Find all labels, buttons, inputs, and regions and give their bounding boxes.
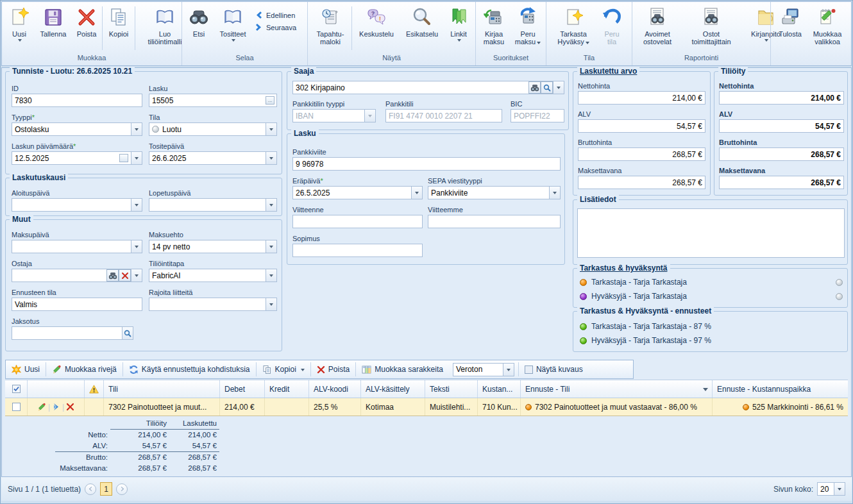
sort-arrow-icon[interactable] — [703, 388, 708, 394]
veroton-select[interactable]: Veroton — [449, 360, 518, 378]
dropdown-button[interactable] — [549, 187, 560, 199]
pankkiviite-input[interactable]: 9 96978 — [292, 157, 561, 171]
dropdown-button[interactable] — [131, 199, 142, 211]
search-button[interactable] — [122, 327, 133, 339]
cell-ennuste-kustannuspaikka[interactable]: 525 Markkinointi - 86,61 % — [713, 398, 848, 416]
viitteenne-input[interactable] — [292, 215, 423, 228]
header-tili[interactable]: Tili — [104, 380, 220, 398]
tositepaiva-select[interactable]: 26.6.2025 — [149, 151, 277, 165]
header-teksti[interactable]: Teksti — [425, 380, 478, 398]
grid-uusi-button[interactable]: Uusi — [6, 360, 46, 378]
ostot-toimittajittain-button[interactable]: Ostot toimittajittain — [680, 4, 742, 52]
poista-button[interactable]: Poista — [72, 4, 101, 52]
pankkitilin-tyyppi-select[interactable]: IBAN — [292, 109, 376, 122]
dropdown-button[interactable] — [266, 269, 276, 281]
laskun-paivamaara-input[interactable]: 12.5.2025 — [12, 151, 142, 165]
calendar-button[interactable] — [119, 154, 128, 162]
header-alv-kasittely[interactable]: ALV-käsittely — [361, 380, 425, 398]
muokkaa-valikkoa-button[interactable]: Muokkaa valikkoa — [807, 4, 847, 52]
saaja-input[interactable]: 302 Kirjapaino — [292, 81, 564, 94]
dropdown-button[interactable] — [266, 240, 276, 253]
dropdown-button[interactable] — [266, 123, 276, 135]
linkit-button[interactable]: Linkit — [444, 4, 473, 52]
muokkaa-riveja-button[interactable]: Muokkaa rivejä — [46, 360, 122, 378]
uusi-button[interactable]: Uusi — [4, 4, 35, 52]
header-debet[interactable]: Debet — [220, 380, 265, 398]
search-button[interactable] — [541, 81, 553, 94]
tallenna-button[interactable]: Tallenna — [35, 4, 72, 52]
viitteemme-input[interactable] — [428, 215, 561, 228]
ellipsis-button[interactable]: ... — [266, 96, 274, 105]
header-ennuste-tili[interactable]: Ennuste - Tili — [521, 380, 713, 398]
dropdown-button[interactable] — [131, 269, 142, 281]
select-all-header[interactable] — [5, 380, 28, 398]
tiliointitapa-select[interactable]: FabricAI — [149, 269, 277, 282]
checkbox[interactable] — [525, 365, 533, 374]
rajoita-liitteita-select[interactable] — [149, 298, 277, 311]
peru-tila-button[interactable]: Peru tila — [598, 4, 625, 52]
row-select-cell[interactable] — [5, 398, 28, 416]
esikatselu-button[interactable]: Esikatselu — [400, 4, 444, 52]
cell-kredit[interactable] — [265, 398, 309, 416]
nayta-kuvaus-checkbox[interactable]: Näytä kuvaus — [519, 360, 589, 378]
cell-teksti[interactable]: Muistilehti... — [425, 398, 478, 416]
row-checkbox[interactable] — [12, 403, 21, 411]
dropdown-button[interactable] — [131, 123, 142, 135]
page-size-select[interactable]: 20 — [817, 482, 845, 496]
cell-alv-kasittely[interactable]: Kotimaa — [361, 398, 425, 416]
cell-debet[interactable]: 214,00 € — [220, 398, 265, 416]
erapaiva-select[interactable]: 26.5.2025 — [292, 186, 423, 199]
radio-indicator[interactable] — [836, 293, 843, 300]
jaksotus-input[interactable] — [12, 326, 133, 340]
ostaja-input[interactable] — [12, 269, 142, 282]
radio-indicator[interactable] — [836, 279, 843, 286]
next-page-button[interactable] — [116, 483, 128, 495]
clear-button[interactable] — [119, 269, 131, 281]
maksupaiva-select[interactable] — [12, 240, 142, 253]
sopimus-input[interactable] — [292, 244, 423, 257]
aloituspaiva-select[interactable] — [12, 198, 142, 212]
dropdown-button[interactable] — [266, 152, 276, 164]
header-kustannuspaikka[interactable]: Kustan... — [478, 380, 521, 398]
id-input[interactable]: 7830 — [12, 94, 142, 107]
binoculars-button[interactable] — [528, 81, 541, 94]
kirjaa-maksu-button[interactable]: Kirjaa maksu — [478, 4, 510, 52]
tila-select[interactable]: Luotu — [149, 122, 277, 136]
kayta-ennustettuja-button[interactable]: Käytä ennustettuja kohdistuksia — [123, 360, 256, 378]
cell-kustannuspaikka[interactable]: 710 Kun... — [478, 398, 521, 416]
tapahtumaloki-button[interactable]: Tapahtu- maloki — [310, 4, 351, 52]
dropdown-button[interactable] — [411, 187, 422, 199]
cell-ennuste-tili[interactable]: 7302 Painotuotteet ja muut vastaavat - 8… — [521, 398, 713, 416]
cell-tili[interactable]: 7302 Painotuotteet ja muut... — [104, 398, 220, 416]
table-row[interactable]: | | 7302 Painotuotteet ja muut... 214,00… — [5, 398, 848, 416]
lopetuspaiva-select[interactable] — [149, 198, 277, 212]
prev-page-button[interactable] — [85, 483, 96, 495]
sepa-viestityyppi-select[interactable]: Pankkiviite — [428, 186, 561, 199]
binoculars-button[interactable] — [106, 269, 119, 281]
dropdown-button[interactable] — [503, 364, 514, 376]
keskustelu-button[interactable]: ?! Keskustelu — [353, 4, 400, 52]
peru-maksu-button[interactable]: Peru maksu — [510, 4, 546, 52]
kopioi-button[interactable]: Kopioi — [103, 4, 134, 52]
muokkaa-sarakkeita-button[interactable]: Muokkaa sarakkeita — [356, 360, 449, 378]
dropdown-button[interactable] — [131, 152, 142, 164]
maksuehto-select[interactable]: 14 pv netto — [149, 240, 277, 253]
header-alv-koodi[interactable]: ALV-koodi — [309, 380, 361, 398]
dropdown-button[interactable] — [266, 199, 276, 211]
goto-icon[interactable] — [52, 403, 60, 411]
dropdown-button[interactable] — [834, 483, 845, 495]
delete-row-icon[interactable] — [66, 403, 74, 411]
cell-alv-koodi[interactable]: 25,5 % — [309, 398, 361, 416]
lisatiedot-textarea[interactable] — [577, 208, 845, 258]
seuraava-button[interactable]: Seuraava — [255, 23, 302, 31]
bic-input[interactable]: POPFFI22 — [511, 109, 564, 122]
edit-row-icon[interactable] — [37, 403, 46, 412]
dropdown-button[interactable] — [553, 81, 564, 94]
lasku-input[interactable]: 15505 ... — [149, 94, 277, 107]
dropdown-button[interactable] — [131, 240, 142, 253]
header-kredit[interactable]: Kredit — [265, 380, 309, 398]
tositteet-button[interactable]: Tositteet — [214, 4, 252, 52]
avoimet-ostovelat-button[interactable]: Avoimet ostovelat — [634, 4, 680, 52]
grid-kopioi-button[interactable]: Kopioi — [257, 360, 310, 378]
tulosta-button[interactable]: Tulosta — [773, 4, 807, 52]
